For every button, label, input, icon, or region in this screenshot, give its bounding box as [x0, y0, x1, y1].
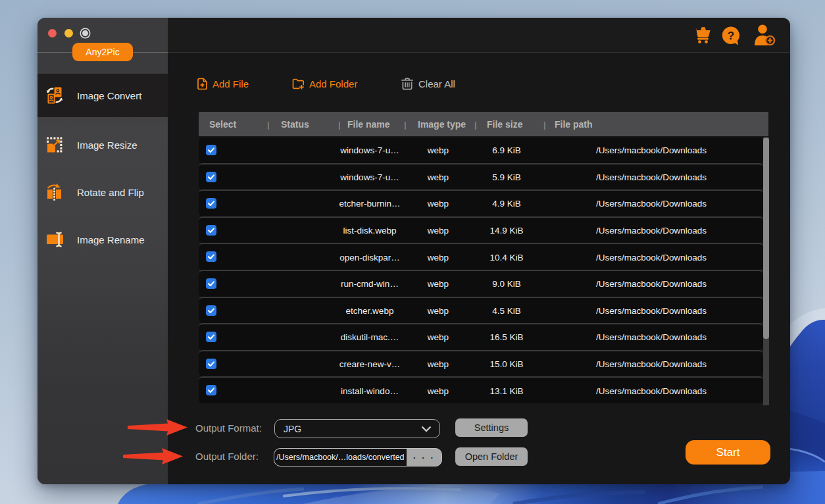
- svg-text:?: ?: [728, 30, 734, 42]
